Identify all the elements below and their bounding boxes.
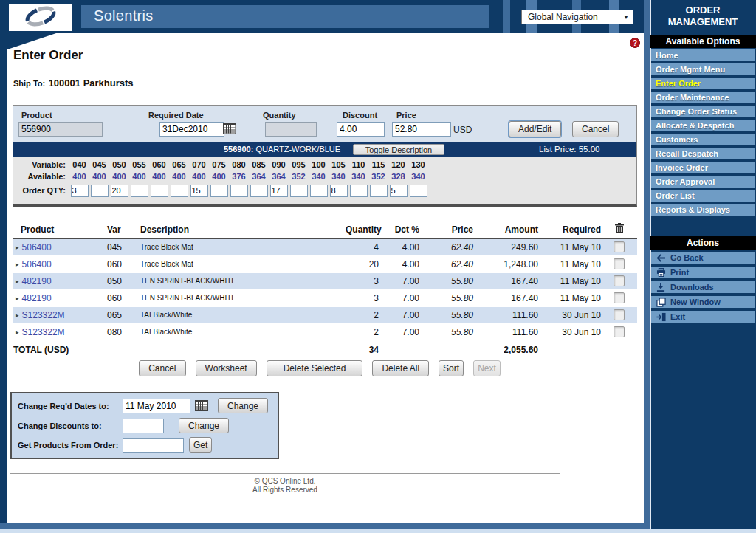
variable-size: 130 <box>408 160 428 169</box>
row-delete-checkbox[interactable] <box>614 292 625 303</box>
sort-button[interactable]: Sort <box>439 360 464 376</box>
change-discounts-field[interactable] <box>123 419 164 433</box>
order-qty-input-085[interactable] <box>250 185 268 197</box>
row-delete-checkbox[interactable] <box>614 309 625 320</box>
product-column-header: Product <box>13 221 101 238</box>
dct-cell: 7.00 <box>386 306 427 323</box>
row-expand-arrow-icon[interactable]: ▸ <box>16 278 19 285</box>
product-link[interactable]: 506400 <box>22 242 52 252</box>
global-navigation-select[interactable]: Global Navigation ▼ <box>521 10 633 24</box>
row-expand-arrow-icon[interactable]: ▸ <box>16 312 19 319</box>
required-column-header: Required <box>546 221 608 238</box>
sidebar-item-home[interactable]: Home <box>651 49 755 61</box>
order-qty-input-045[interactable] <box>91 185 109 197</box>
row-delete-checkbox[interactable] <box>614 241 625 252</box>
action-item-exit[interactable]: Exit <box>651 311 755 323</box>
calendar-icon[interactable] <box>223 123 236 137</box>
row-delete-checkbox[interactable] <box>614 258 625 269</box>
product-link[interactable]: S123322M <box>22 310 65 320</box>
discount-field[interactable] <box>337 122 385 137</box>
delete-selected-button[interactable]: Delete Selected <box>267 360 363 376</box>
printer-icon <box>651 268 670 277</box>
available-qty: 364 <box>249 172 269 181</box>
product-link[interactable]: 482190 <box>22 293 52 303</box>
row-expand-arrow-icon[interactable]: ▸ <box>16 244 19 251</box>
required-cell: 11 May 10 <box>546 255 608 272</box>
bulk-calendar-icon[interactable] <box>195 400 208 414</box>
order-qty-input-040[interactable] <box>71 185 89 197</box>
sidebar-item-order-list[interactable]: Order List <box>651 190 755 202</box>
delete-all-button[interactable]: Delete All <box>372 360 429 376</box>
change-dates-button[interactable]: Change <box>218 398 268 413</box>
row-expand-arrow-icon[interactable]: ▸ <box>16 261 19 268</box>
row-delete-checkbox[interactable] <box>614 275 625 286</box>
action-item-print[interactable]: Print <box>651 266 755 278</box>
order-qty-input-050[interactable] <box>111 185 128 197</box>
change-discounts-label: Change Discounts to: <box>18 422 102 430</box>
available-qty: 328 <box>388 172 408 181</box>
order-qty-input-105[interactable] <box>330 185 348 197</box>
cancel-entry-button[interactable]: Cancel <box>572 121 619 137</box>
worksheet-button[interactable]: Worksheet <box>196 360 257 376</box>
row-expand-arrow-icon[interactable]: ▸ <box>16 329 19 336</box>
description-cell: Trace Black Mat <box>135 238 346 255</box>
add-edit-button[interactable]: Add/Edit <box>509 121 561 137</box>
available-qty: 400 <box>169 172 189 181</box>
order-qty-input-120[interactable] <box>390 185 408 197</box>
product-banner-text: 556900: QUARTZ-WORK/BLUE <box>224 145 340 154</box>
var-cell: 080 <box>101 323 135 340</box>
order-qty-cells <box>69 185 428 197</box>
change-dates-field[interactable] <box>123 399 190 413</box>
sidebar-item-order-approval[interactable]: Order Approval <box>651 176 755 188</box>
row-expand-arrow-icon[interactable]: ▸ <box>16 295 19 302</box>
footer-divider <box>10 473 560 474</box>
new-window-icon <box>651 298 670 307</box>
order-qty-input-110[interactable] <box>350 185 368 197</box>
sidebar-item-customers[interactable]: Customers <box>651 134 755 145</box>
change-discounts-button[interactable]: Change <box>179 418 229 433</box>
variable-size: 100 <box>309 160 329 169</box>
product-banner-desc: QUARTZ-WORK/BLUE <box>255 145 340 154</box>
order-qty-input-095[interactable] <box>290 185 308 197</box>
order-qty-input-075[interactable] <box>210 185 228 197</box>
order-qty-input-055[interactable] <box>131 185 148 197</box>
order-qty-input-070[interactable] <box>190 185 208 197</box>
sidebar-item-enter-order[interactable]: Enter Order <box>651 78 755 89</box>
quantity-cell: 2 <box>346 323 386 340</box>
order-qty-input-080[interactable] <box>230 185 248 197</box>
required-date-field[interactable] <box>159 122 224 137</box>
get-products-field[interactable] <box>123 438 184 453</box>
product-link[interactable]: S123322M <box>22 327 65 337</box>
sidebar-item-order-mgmt-menu[interactable]: Order Mgmt Menu <box>651 63 755 75</box>
order-qty-input-100[interactable] <box>310 185 328 197</box>
action-item-go-back[interactable]: Go Back <box>651 252 755 264</box>
action-item-downloads[interactable]: Downloads <box>651 281 755 293</box>
sidebar-item-reports-displays[interactable]: Reports & Displays <box>651 204 755 216</box>
order-qty-input-090[interactable] <box>270 185 288 197</box>
sidebar-item-change-order-status[interactable]: Change Order Status <box>651 106 755 117</box>
download-icon <box>651 283 670 292</box>
order-qty-input-115[interactable] <box>370 185 388 197</box>
get-products-button[interactable]: Get <box>189 437 212 453</box>
sidebar-item-allocate-despatch[interactable]: Allocate & Despatch <box>651 120 755 131</box>
sidebar-item-order-maintenance[interactable]: Order Maintenance <box>651 92 755 103</box>
order-qty-input-060[interactable] <box>151 185 168 197</box>
order-qty-input-065[interactable] <box>171 185 188 197</box>
app-logo[interactable] <box>9 4 72 31</box>
help-icon[interactable]: ? <box>630 38 640 48</box>
product-field[interactable] <box>18 122 103 137</box>
toggle-description-button[interactable]: Toggle Description <box>353 144 444 155</box>
quantity-field[interactable] <box>265 122 317 137</box>
price-field[interactable] <box>392 122 451 137</box>
cancel-button[interactable]: Cancel <box>139 360 185 376</box>
variable-size: 055 <box>129 160 149 169</box>
sidebar-item-invoice-order[interactable]: Invoice Order <box>651 162 755 173</box>
product-link[interactable]: 482190 <box>22 276 52 286</box>
quantity-cell: 4 <box>346 238 386 255</box>
action-item-new-window[interactable]: New Window <box>651 296 755 308</box>
next-button[interactable]: Next <box>473 360 501 376</box>
row-delete-checkbox[interactable] <box>614 326 625 337</box>
sidebar-item-recall-despatch[interactable]: Recall Despatch <box>651 148 755 159</box>
order-qty-input-130[interactable] <box>410 185 427 197</box>
product-link[interactable]: 506400 <box>22 259 52 269</box>
